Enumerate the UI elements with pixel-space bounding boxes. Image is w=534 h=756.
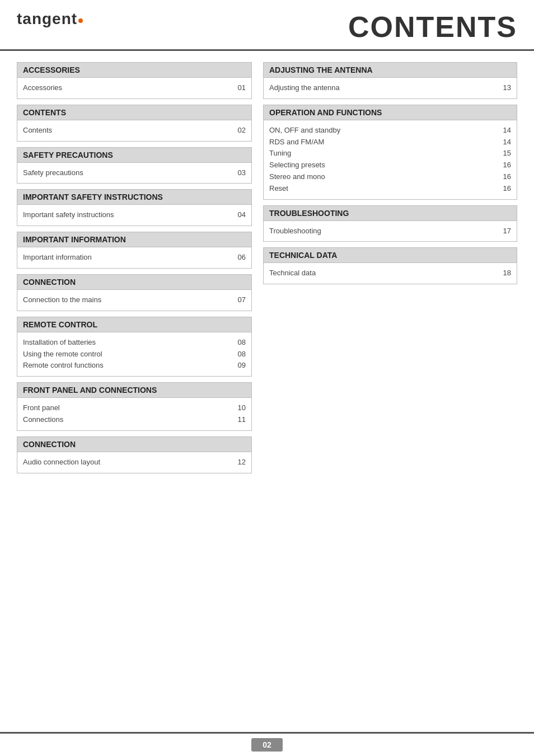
table-row: Connections11 <box>23 414 246 426</box>
footer: 02 <box>0 732 534 756</box>
page: tangent CONTENTS ACCESSORIESAccessories0… <box>0 0 534 756</box>
item-label: Important safety instructions <box>23 209 229 221</box>
section-items-accessories: Accessories01 <box>17 78 252 99</box>
item-page-number: 18 <box>494 267 511 279</box>
page-title: CONTENTS <box>348 11 517 43</box>
table-row: Adjusting the antenna13 <box>269 82 511 94</box>
item-page-number: 01 <box>229 82 246 94</box>
item-page-number: 16 <box>494 171 511 183</box>
table-row: Important safety instructions04 <box>23 209 246 221</box>
table-row: Important information06 <box>23 252 246 264</box>
item-label: Technical data <box>269 267 494 279</box>
item-label: Adjusting the antenna <box>269 82 494 94</box>
section-header-important-info: IMPORTANT INFORMATION <box>17 232 252 247</box>
table-row: Stereo and mono16 <box>269 171 511 183</box>
right-column: ADJUSTING THE ANTENNAAdjusting the anten… <box>263 62 517 473</box>
item-page-number: 08 <box>229 349 246 360</box>
item-page-number: 11 <box>229 414 246 426</box>
table-row: Tuning15 <box>269 148 511 159</box>
section-items-troubleshooting: Troubleshooting17 <box>263 221 517 242</box>
table-row: Technical data18 <box>269 267 511 279</box>
section-header-adjusting-antenna: ADJUSTING THE ANTENNA <box>263 62 517 78</box>
section-items-front-panel: Front panel10Connections11 <box>17 398 252 431</box>
item-label: Audio connection layout <box>23 457 229 468</box>
section-header-troubleshooting: TROUBLESHOOTING <box>263 205 517 221</box>
page-title-area: CONTENTS <box>83 10 517 44</box>
item-page-number: 12 <box>229 457 246 468</box>
section-header-important-safety: IMPORTANT SAFETY INSTRUCTIONS <box>17 189 252 205</box>
item-page-number: 17 <box>494 226 511 237</box>
section-items-connection2: Audio connection layout12 <box>17 452 252 473</box>
table-row: Contents02 <box>23 125 246 137</box>
item-label: Troubleshooting <box>269 226 494 237</box>
item-label: Front panel <box>23 402 229 414</box>
section-header-connection1: CONNECTION <box>17 274 252 290</box>
table-row: Accessories01 <box>23 82 246 94</box>
table-row: Front panel10 <box>23 402 246 414</box>
item-label: Safety precautions <box>23 167 229 179</box>
item-label: Stereo and mono <box>269 171 494 183</box>
logo-dot <box>78 18 83 23</box>
table-row: Using the remote control08 <box>23 349 246 360</box>
item-page-number: 07 <box>229 294 246 306</box>
item-page-number: 16 <box>494 159 511 171</box>
item-label: Important information <box>23 252 229 264</box>
table-row: Reset16 <box>269 183 511 195</box>
item-page-number: 02 <box>229 125 246 137</box>
item-page-number: 14 <box>494 137 511 148</box>
section-header-technical-data: TECHNICAL DATA <box>263 247 517 263</box>
item-page-number: 04 <box>229 209 246 221</box>
item-label: Reset <box>269 183 494 195</box>
header: tangent CONTENTS <box>0 0 534 51</box>
section-items-technical-data: Technical data18 <box>263 263 517 284</box>
section-header-remote-control: REMOTE CONTROL <box>17 317 252 332</box>
table-row: Installation of batteries08 <box>23 337 246 349</box>
item-page-number: 13 <box>494 82 511 94</box>
section-header-accessories: ACCESSORIES <box>17 62 252 78</box>
item-label: RDS and FM/AM <box>269 137 494 148</box>
item-label: Accessories <box>23 82 229 94</box>
table-row: Connection to the mains07 <box>23 294 246 306</box>
section-header-front-panel: FRONT PANEL AND CONNECTIONS <box>17 382 252 398</box>
section-items-contents: Contents02 <box>17 120 252 142</box>
section-header-connection2: CONNECTION <box>17 436 252 452</box>
item-label: Remote control functions <box>23 360 229 372</box>
section-items-connection1: Connection to the mains07 <box>17 290 252 311</box>
item-label: Using the remote control <box>23 349 229 360</box>
table-row: ON, OFF and standby14 <box>269 125 511 137</box>
item-label: ON, OFF and standby <box>269 125 494 137</box>
item-label: Tuning <box>269 148 494 159</box>
item-page-number: 03 <box>229 167 246 179</box>
section-items-remote-control: Installation of batteries08Using the rem… <box>17 332 252 377</box>
footer-page-number: 02 <box>251 738 283 752</box>
section-items-safety-precautions: Safety precautions03 <box>17 163 252 184</box>
content-area: ACCESSORIESAccessories01CONTENTSContents… <box>0 51 534 485</box>
item-label: Connections <box>23 414 229 426</box>
section-items-important-safety: Important safety instructions04 <box>17 205 252 226</box>
item-page-number: 08 <box>229 337 246 349</box>
item-page-number: 15 <box>494 148 511 159</box>
section-items-operation-functions: ON, OFF and standby14RDS and FM/AM14Tuni… <box>263 120 517 200</box>
item-label: Selecting presets <box>269 159 494 171</box>
table-row: Safety precautions03 <box>23 167 246 179</box>
item-page-number: 10 <box>229 402 246 414</box>
section-items-important-info: Important information06 <box>17 247 252 269</box>
table-row: Remote control functions09 <box>23 360 246 372</box>
section-header-safety-precautions: SAFETY PRECAUTIONS <box>17 147 252 163</box>
table-row: Selecting presets16 <box>269 159 511 171</box>
item-label: Installation of batteries <box>23 337 229 349</box>
table-row: RDS and FM/AM14 <box>269 137 511 148</box>
table-row: Audio connection layout12 <box>23 457 246 468</box>
item-page-number: 16 <box>494 183 511 195</box>
item-page-number: 06 <box>229 252 246 264</box>
left-column: ACCESSORIESAccessories01CONTENTSContents… <box>17 62 252 473</box>
table-row: Troubleshooting17 <box>269 226 511 237</box>
section-header-contents: CONTENTS <box>17 105 252 120</box>
item-label: Connection to the mains <box>23 294 229 306</box>
section-header-operation-functions: OPERATION AND FUNCTIONS <box>263 105 517 120</box>
section-items-adjusting-antenna: Adjusting the antenna13 <box>263 78 517 99</box>
item-page-number: 14 <box>494 125 511 137</box>
logo-area: tangent <box>17 10 83 28</box>
item-page-number: 09 <box>229 360 246 372</box>
logo-text: tangent <box>17 10 77 27</box>
